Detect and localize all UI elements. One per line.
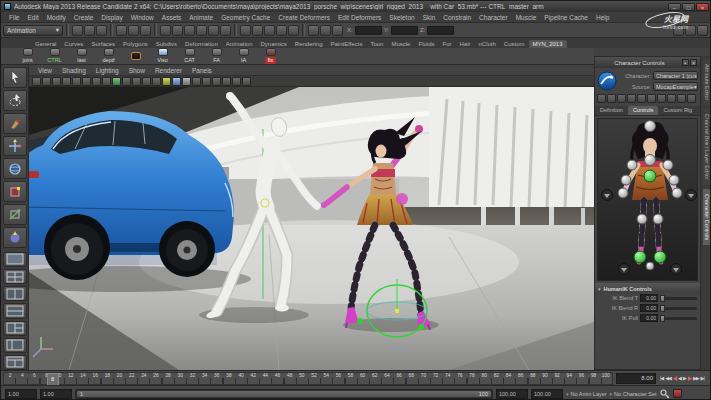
collapse-arrow-icon[interactable]: ▾ (598, 286, 601, 292)
x-input[interactable] (355, 26, 382, 35)
panel-menu-item[interactable]: Renderer (150, 67, 187, 74)
panel-menu-item[interactable]: Panels (187, 67, 217, 74)
animation-preferences-icon[interactable] (673, 389, 682, 398)
shelf-tab[interactable]: Muscle (387, 40, 414, 48)
menu-set-dropdown[interactable]: Animation ▾ (3, 25, 63, 36)
shelf-tab[interactable]: General (31, 40, 60, 48)
perspective-viewport[interactable]: ViewShadingLightingShowRendererPanels (29, 65, 594, 370)
go-to-end-button[interactable]: ▶| (700, 373, 705, 383)
shelf-tab[interactable]: Subdivs (152, 40, 181, 48)
new-scene-icon[interactable] (72, 25, 83, 36)
menu-item[interactable]: Edit Deformers (334, 14, 385, 21)
grid-icon[interactable] (82, 77, 91, 86)
menu-item[interactable]: Skin (419, 14, 440, 21)
select-component-icon[interactable] (140, 25, 151, 36)
shelf-tab[interactable]: Toon (366, 40, 387, 48)
select-camera-icon[interactable] (32, 77, 41, 86)
menu-item[interactable]: Pipeline Cache (540, 14, 592, 21)
paint-select-tool-icon[interactable] (3, 113, 27, 134)
lock-camera-icon[interactable] (42, 77, 51, 86)
smooth-shade-icon[interactable] (162, 77, 171, 86)
character-representation[interactable] (597, 118, 698, 281)
render-current-frame-icon[interactable] (320, 25, 331, 36)
playback-end-field[interactable]: 100.00 (496, 389, 528, 399)
panel-close-icon[interactable]: × (690, 59, 697, 66)
title-bar[interactable]: Autodesk Maya 2013 Release Candidate 2 x… (1, 1, 711, 12)
ik-blend-t-value[interactable]: 0.00 (640, 294, 658, 302)
menu-item[interactable]: Assets (158, 14, 186, 21)
close-button[interactable]: × (696, 3, 709, 11)
ik-blend-t-slider[interactable] (660, 297, 697, 300)
step-forward-frame-button[interactable]: ▶▶ (692, 373, 700, 383)
shelf-ia-button[interactable]: IA (231, 48, 256, 63)
slider-handle[interactable] (660, 295, 665, 302)
panel-menu-item[interactable]: Shading (57, 67, 91, 74)
shelf-tab[interactable]: Dynamics (256, 40, 290, 48)
auto-keyframe-icon[interactable] (660, 389, 670, 399)
humanik-controls-header[interactable]: ▾ HumanIK Controls (595, 283, 700, 293)
playback-start-field[interactable]: 1.00 (40, 389, 72, 399)
channel-box-toggle-icon[interactable] (697, 25, 708, 36)
menu-item[interactable]: Muscle (512, 14, 541, 21)
snap-projected-center-icon[interactable] (196, 25, 207, 36)
animation-end-field[interactable]: 100.00 (531, 389, 563, 399)
y-input[interactable] (391, 26, 418, 35)
grease-pencil-icon[interactable] (242, 77, 251, 86)
make-live-icon[interactable] (220, 25, 231, 36)
shelf-tab[interactable]: PaintEffects (327, 40, 367, 48)
snap-point-icon[interactable] (184, 25, 195, 36)
lasso-tool-icon[interactable] (3, 90, 27, 111)
panel-menu-item[interactable]: Show (124, 67, 150, 74)
select-hierarchy-icon[interactable] (116, 25, 127, 36)
shelf-fa-button[interactable]: FA (204, 48, 229, 63)
shelf-tab[interactable]: Deformation (181, 40, 222, 48)
viewport-scene[interactable] (29, 87, 594, 370)
effector-display-icon[interactable] (637, 94, 646, 103)
cc-tab[interactable]: Controls (628, 106, 658, 115)
open-scene-icon[interactable] (84, 25, 95, 36)
pivot-display-icon[interactable] (647, 94, 656, 103)
shelf-tab[interactable]: Fluids (414, 40, 438, 48)
menu-item[interactable]: Character (475, 14, 512, 21)
key-mode-icon[interactable] (677, 94, 686, 103)
film-gate-icon[interactable] (92, 77, 101, 86)
image-plane-icon[interactable] (72, 77, 81, 86)
character-set-dropdown[interactable]: ▾ No Character Set (610, 389, 657, 399)
full-body-mode-icon[interactable] (597, 94, 606, 103)
shelf-viso-button[interactable]: Viso (150, 48, 175, 63)
pin-rotate-icon[interactable] (667, 94, 676, 103)
tab-attribute-editor[interactable]: Attribute Editor (703, 59, 711, 105)
menu-item[interactable]: Constrain (439, 14, 475, 21)
current-time-field[interactable]: 8.00 (616, 373, 656, 384)
ik-pull-value[interactable]: 0.00 (640, 314, 658, 322)
motion-blur-icon[interactable] (212, 77, 221, 86)
lights-icon[interactable] (182, 77, 191, 86)
snap-curve-icon[interactable] (172, 25, 183, 36)
menu-item[interactable]: Window (127, 14, 158, 21)
shelf-fix-button[interactable]: fix (258, 48, 283, 63)
save-scene-icon[interactable] (96, 25, 107, 36)
step-back-frame-button[interactable]: ◀◀ (664, 373, 672, 383)
shelf-cat-button[interactable]: CAT (177, 48, 202, 63)
cc-tab[interactable]: Custom Rig (658, 106, 697, 115)
shelf-tab[interactable]: MYN_2013 (529, 40, 567, 48)
input-connections-icon[interactable] (264, 25, 275, 36)
panel-dock-icon[interactable]: ▪ (682, 59, 689, 66)
camera-attributes-icon[interactable] (52, 77, 61, 86)
ik-blend-r-value[interactable]: 0.00 (640, 304, 658, 312)
panel-menu-item[interactable]: Lighting (91, 67, 124, 74)
screen-ao-icon[interactable] (202, 77, 211, 86)
attribute-editor-toggle-icon[interactable] (673, 25, 684, 36)
field-chart-icon[interactable] (122, 77, 131, 86)
panel-menu-item[interactable]: View (33, 67, 57, 74)
rotate-tool-icon[interactable] (3, 158, 27, 179)
layout-single-pane-button[interactable] (3, 252, 27, 267)
menu-item[interactable]: Create Deformers (274, 14, 334, 21)
layout-two-stacked-button[interactable] (3, 303, 27, 318)
isolate-select-icon[interactable] (232, 77, 241, 86)
shelf-joint-button[interactable]: joint (15, 48, 40, 63)
textured-icon[interactable] (172, 77, 181, 86)
panel-title-bar[interactable]: Character Controls ▪ × (595, 57, 700, 68)
slider-handle[interactable] (660, 305, 665, 312)
shelf-tab[interactable]: Hair (455, 40, 474, 48)
